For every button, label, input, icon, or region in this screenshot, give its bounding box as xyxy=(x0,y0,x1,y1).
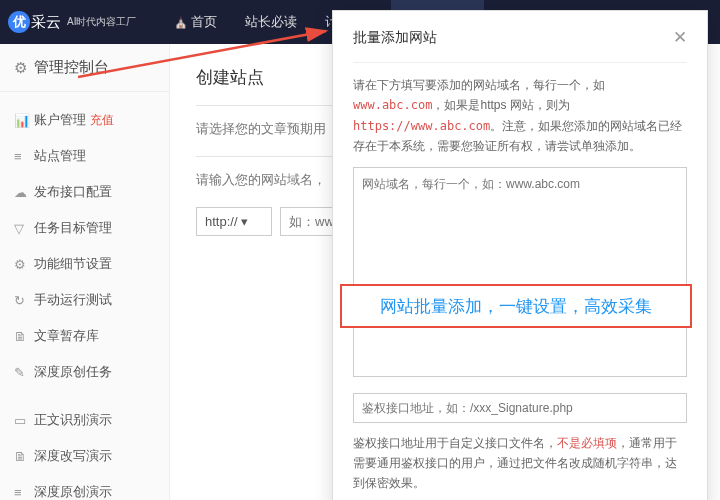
annotation-callout: 网站批量添加，一键设置，高效采集 xyxy=(340,284,692,328)
logo-sub: AI时代内容工厂 xyxy=(67,15,136,29)
sidebar-label: 手动运行测试 xyxy=(34,291,112,309)
sidebar-item-2[interactable]: ☁发布接口配置 xyxy=(0,174,169,210)
modal-description: 请在下方填写要添加的网站域名，每行一个，如 www.abc.com，如果是htt… xyxy=(353,75,687,157)
close-icon[interactable]: ✕ xyxy=(673,27,687,48)
sidebar-icon: 🗎 xyxy=(14,329,34,344)
sidebar-icon: ≡ xyxy=(14,149,34,164)
sidebar-icon: ⚙ xyxy=(14,257,34,272)
nav-item-1[interactable]: 站长必读 xyxy=(231,0,311,44)
sidebar-icon: 🗎 xyxy=(14,449,34,464)
recharge-badge[interactable]: 充值 xyxy=(90,112,114,129)
sidebar-label: 站点管理 xyxy=(34,147,86,165)
sidebar-label: 任务目标管理 xyxy=(34,219,112,237)
annotation-text: 网站批量添加，一键设置，高效采集 xyxy=(380,295,652,318)
sidebar-item-10[interactable]: ≡深度原创演示 xyxy=(0,474,169,500)
sidebar-label: 发布接口配置 xyxy=(34,183,112,201)
sidebar: ⚙ 管理控制台 📊账户管理充值≡站点管理☁发布接口配置▽任务目标管理⚙功能细节设… xyxy=(0,44,170,500)
sidebar-title-text: 管理控制台 xyxy=(34,58,109,77)
modal-title: 批量添加网站 xyxy=(353,29,437,47)
logo-name: 采云 xyxy=(31,13,61,32)
sidebar-item-8[interactable]: ▭正文识别演示 xyxy=(0,402,169,438)
sidebar-icon: ▭ xyxy=(14,413,34,428)
chevron-down-icon: ▾ xyxy=(241,214,248,229)
sidebar-item-0[interactable]: 📊账户管理充值 xyxy=(0,102,169,138)
sidebar-label: 账户管理 xyxy=(34,111,86,129)
logo: 优 采云 AI时代内容工厂 xyxy=(0,11,144,33)
domains-textarea[interactable] xyxy=(353,167,687,377)
nav-item-0[interactable]: ⛪首页 xyxy=(160,0,231,44)
sidebar-label: 深度原创演示 xyxy=(34,483,112,500)
sidebar-item-7[interactable]: ✎深度原创任务 xyxy=(0,354,169,390)
sidebar-label: 正文识别演示 xyxy=(34,411,112,429)
sidebar-item-4[interactable]: ⚙功能细节设置 xyxy=(0,246,169,282)
sidebar-icon: ▽ xyxy=(14,221,34,236)
auth-url-input[interactable] xyxy=(353,393,687,423)
sidebar-icon: ☁ xyxy=(14,185,34,200)
gear-icon: ⚙ xyxy=(14,59,27,77)
sidebar-item-6[interactable]: 🗎文章暂存库 xyxy=(0,318,169,354)
sidebar-label: 深度改写演示 xyxy=(34,447,112,465)
sidebar-title: ⚙ 管理控制台 xyxy=(0,44,169,92)
sidebar-item-5[interactable]: ↻手动运行测试 xyxy=(0,282,169,318)
sidebar-item-3[interactable]: ▽任务目标管理 xyxy=(0,210,169,246)
auth-description: 鉴权接口地址用于自定义接口文件名，不是必填项，通常用于需要通用鉴权接口的用户，通… xyxy=(353,433,687,494)
divider xyxy=(353,62,687,63)
sidebar-label: 文章暂存库 xyxy=(34,327,99,345)
sidebar-label: 功能细节设置 xyxy=(34,255,112,273)
sidebar-icon: ≡ xyxy=(14,485,34,500)
sidebar-icon: 📊 xyxy=(14,113,34,128)
sidebar-label: 深度原创任务 xyxy=(34,363,112,381)
batch-add-modal: 批量添加网站 ✕ 请在下方填写要添加的网站域名，每行一个，如 www.abc.c… xyxy=(332,10,708,500)
sidebar-icon: ↻ xyxy=(14,293,34,308)
home-icon: ⛪ xyxy=(174,16,188,29)
example-domain: www.abc.com xyxy=(353,98,432,112)
sidebar-item-9[interactable]: 🗎深度改写演示 xyxy=(0,438,169,474)
sidebar-icon: ✎ xyxy=(14,365,34,380)
sidebar-item-1[interactable]: ≡站点管理 xyxy=(0,138,169,174)
logo-badge: 优 xyxy=(8,11,30,33)
protocol-select[interactable]: http:// ▾ xyxy=(196,207,272,236)
sidebar-list: 📊账户管理充值≡站点管理☁发布接口配置▽任务目标管理⚙功能细节设置↻手动运行测试… xyxy=(0,92,169,500)
example-https: https://www.abc.com xyxy=(353,119,490,133)
